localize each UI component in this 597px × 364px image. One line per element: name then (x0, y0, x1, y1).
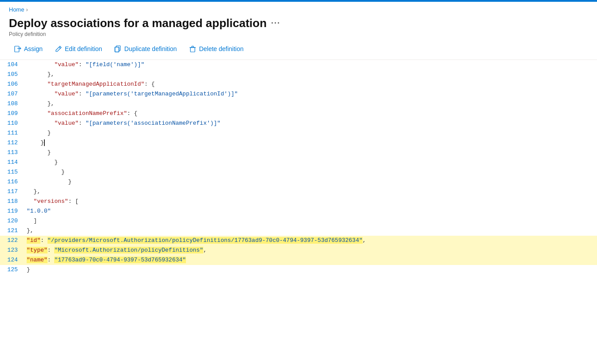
page-title-text: Deploy associations for a managed applic… (9, 16, 267, 30)
duplicate-icon (115, 45, 122, 52)
code-viewer: 104 "value": "[field('name')]"105 },106 … (0, 60, 597, 275)
code-content: } (23, 138, 597, 148)
assign-label: Assign (24, 45, 43, 52)
table-row: 122"id": "/providers/Microsoft.Authoriza… (0, 236, 597, 245)
table-row: 104 "value": "[field('name')]" (0, 60, 597, 70)
line-number: 123 (0, 245, 23, 255)
assign-icon (14, 45, 21, 52)
line-number: 106 (0, 79, 23, 89)
svg-rect-6 (190, 47, 195, 52)
table-row: 119"1.0.0" (0, 206, 597, 216)
line-number: 118 (0, 197, 23, 206)
table-row: 118 "versions": [ (0, 197, 597, 206)
delete-definition-label: Delete definition (199, 45, 243, 52)
table-row: 106 "targetManagedApplicationId": { (0, 79, 597, 89)
line-number: 124 (0, 255, 23, 265)
table-row: 109 "associationNamePrefix": { (0, 109, 597, 119)
table-row: 108 }, (0, 99, 597, 109)
line-number: 122 (0, 236, 23, 245)
line-number: 112 (0, 138, 23, 148)
code-content: }, (23, 226, 597, 236)
svg-rect-4 (115, 47, 119, 52)
line-number: 116 (0, 177, 23, 187)
line-number: 105 (0, 70, 23, 79)
more-options-button[interactable]: ··· (271, 19, 281, 28)
table-row: 111 } (0, 128, 597, 138)
breadcrumb-separator: › (26, 7, 28, 13)
line-number: 125 (0, 265, 23, 275)
code-content: "versions": [ (23, 197, 597, 206)
code-content: } (23, 128, 597, 138)
code-content: "associationNamePrefix": { (23, 109, 597, 119)
line-number: 111 (0, 128, 23, 138)
duplicate-definition-label: Duplicate definition (124, 45, 177, 52)
table-row: 125} (0, 265, 597, 275)
line-number: 121 (0, 226, 23, 236)
edit-definition-button[interactable]: Edit definition (50, 43, 107, 55)
table-row: 117 }, (0, 187, 597, 197)
line-number: 119 (0, 206, 23, 216)
table-row: 115 } (0, 167, 597, 177)
code-content: } (23, 177, 597, 187)
line-number: 113 (0, 148, 23, 158)
code-content: }, (23, 187, 597, 197)
table-row: 120 ] (0, 216, 597, 226)
table-row: 114 } (0, 158, 597, 167)
assign-button[interactable]: Assign (9, 43, 48, 55)
code-content: ] (23, 216, 597, 226)
delete-definition-button[interactable]: Delete definition (184, 43, 249, 55)
code-content: } (23, 158, 597, 167)
page-subtitle: Policy definition (9, 31, 588, 37)
code-content: } (23, 167, 597, 177)
page-title: Deploy associations for a managed applic… (9, 16, 588, 30)
table-row: 107 "value": "[parameters('targetManaged… (0, 89, 597, 99)
code-content: } (23, 148, 597, 158)
delete-icon (189, 45, 196, 52)
code-content: }, (23, 70, 597, 79)
table-row: 105 }, (0, 70, 597, 79)
toolbar: Assign Edit definition Duplicate definit… (0, 38, 597, 60)
table-row: 110 "value": "[parameters('associationNa… (0, 119, 597, 128)
table-row: 124"name": "17763ad9-70c0-4794-9397-53d7… (0, 255, 597, 265)
breadcrumb: Home › (0, 2, 597, 15)
edit-definition-label: Edit definition (65, 45, 102, 52)
line-number: 120 (0, 216, 23, 226)
duplicate-definition-button[interactable]: Duplicate definition (109, 43, 182, 55)
code-content: "id": "/providers/Microsoft.Authorizatio… (23, 236, 597, 245)
line-number: 108 (0, 99, 23, 109)
line-number: 117 (0, 187, 23, 197)
code-content: }, (23, 99, 597, 109)
svg-rect-0 (15, 46, 19, 52)
code-content: "1.0.0" (23, 206, 597, 216)
edit-icon (55, 45, 62, 52)
code-content: "value": "[field('name')]" (23, 60, 597, 70)
line-number: 115 (0, 167, 23, 177)
table-row: 116 } (0, 177, 597, 187)
line-number: 104 (0, 60, 23, 70)
table-row: 121}, (0, 226, 597, 236)
code-content: "value": "[parameters('associationNamePr… (23, 119, 597, 128)
code-content: "type": "Microsoft.Authorization/policyD… (23, 245, 597, 255)
line-number: 114 (0, 158, 23, 167)
line-number: 110 (0, 119, 23, 128)
code-content: "name": "17763ad9-70c0-4794-9397-53d7659… (23, 255, 597, 265)
code-content: "targetManagedApplicationId": { (23, 79, 597, 89)
table-row: 112 } (0, 138, 597, 148)
table-row: 113 } (0, 148, 597, 158)
code-content: } (23, 265, 597, 275)
code-content: "value": "[parameters('targetManagedAppl… (23, 89, 597, 99)
line-number: 109 (0, 109, 23, 119)
breadcrumb-home[interactable]: Home (9, 6, 24, 13)
line-number: 107 (0, 89, 23, 99)
table-row: 123"type": "Microsoft.Authorization/poli… (0, 245, 597, 255)
page-header: Deploy associations for a managed applic… (0, 15, 597, 38)
svg-line-2 (59, 47, 60, 48)
